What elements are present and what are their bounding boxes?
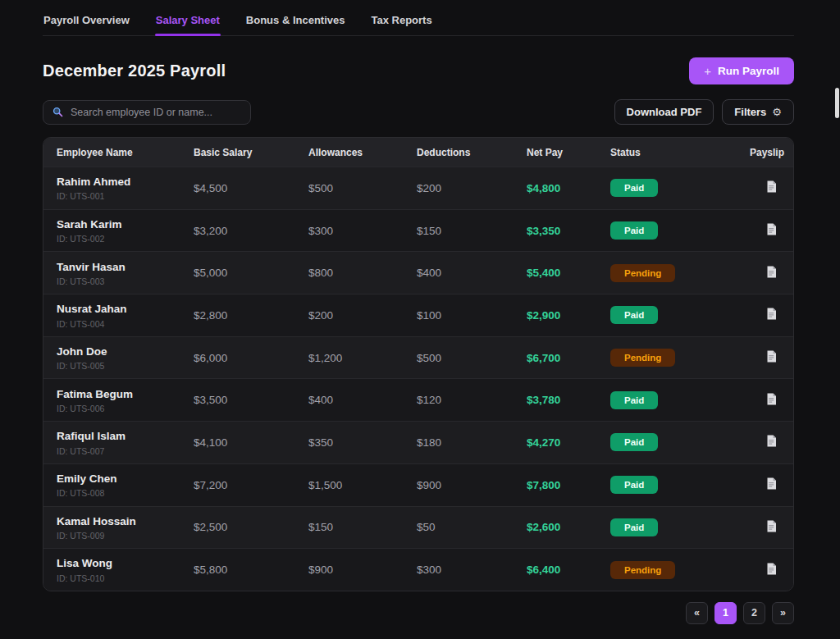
table-row: Rahim AhmedID: UTS-001$4,500$500$200$4,8… [43,167,793,209]
status-cell: Paid [600,306,739,324]
status-cell: Paid [600,476,739,494]
column-header-status: Status [600,147,739,158]
table-row: Kamal HossainID: UTS-009$2,500$150$50$2,… [43,506,793,549]
allowances-cell: $150 [298,521,406,533]
allowances-cell: $1,500 [298,479,406,491]
table-row: Rafiqul IslamID: UTS-007$4,100$350$180$4… [43,421,793,463]
net-pay-cell: $4,800 [516,182,600,194]
employee-id: ID: UTS-008 [57,488,172,498]
payslip-cell [739,349,793,367]
employee-id: ID: UTS-002 [57,234,172,244]
search-input[interactable] [71,107,241,118]
employee-name: Emily Chen [57,472,172,486]
payslip-cell [739,264,793,282]
employee-cell: Rafiqul IslamID: UTS-007 [43,429,183,455]
deductions-cell: $50 [406,521,516,533]
net-pay-cell: $4,270 [516,436,600,449]
payslip-document-icon[interactable] [765,349,778,367]
status-cell: Pending [600,264,739,282]
table-row: Lisa WongID: UTS-010$5,800$900$300$6,400… [43,548,793,591]
deductions-cell: $300 [406,564,516,576]
payslip-document-icon[interactable] [765,561,778,579]
search-icon [52,107,63,117]
employee-id: ID: UTS-007 [57,446,172,456]
deductions-cell: $500 [406,352,516,364]
payslip-document-icon[interactable] [765,264,778,282]
run-payroll-button[interactable]: + Run Payroll [689,57,794,84]
pagination-prev-button[interactable]: « [686,602,708,624]
payslip-document-icon[interactable] [765,179,778,197]
payslip-document-icon[interactable] [765,221,778,240]
status-badge: Pending [610,264,675,282]
tab-salary-sheet[interactable]: Salary Sheet [155,10,221,35]
employee-cell: Nusrat JahanID: UTS-004 [43,302,183,328]
gear-icon: ⚙ [772,106,782,118]
download-pdf-label: Download PDF [627,106,702,118]
employee-name: Lisa Wong [57,556,172,571]
allowances-cell: $1,200 [298,352,406,364]
pagination-page-2[interactable]: 2 [743,602,765,624]
employee-id: ID: UTS-005 [57,361,172,371]
table-row: Emily ChenID: UTS-008$7,200$1,500$900$7,… [43,463,793,506]
payslip-cell [739,518,793,536]
filters-button[interactable]: Filters ⚙ [722,99,794,125]
employee-name: Kamal Hossain [57,514,172,529]
deductions-cell: $200 [406,182,516,194]
basic-salary-cell: $3,500 [183,394,298,406]
payslip-cell [739,221,793,240]
net-pay-cell: $2,600 [516,521,600,533]
payslip-cell [739,561,793,579]
pagination-page-1[interactable]: 1 [714,602,737,624]
table-row: Tanvir HasanID: UTS-003$5,000$800$400$5,… [43,251,793,294]
status-cell: Paid [600,179,739,197]
scrollbar-thumb[interactable] [835,88,839,118]
status-badge: Paid [610,306,658,324]
filters-label: Filters [734,106,766,118]
run-payroll-label: Run Payroll [718,65,779,77]
basic-salary-cell: $7,200 [183,479,298,491]
basic-salary-cell: $4,500 [183,182,298,194]
pagination-next-button[interactable]: » [772,602,794,624]
allowances-cell: $900 [298,564,406,576]
employee-name: Rahim Ahmed [57,175,172,189]
pagination: «12» [43,602,794,624]
allowances-cell: $300 [298,225,406,237]
payslip-cell [739,179,793,197]
allowances-cell: $500 [298,182,406,194]
employee-id: ID: UTS-010 [57,573,172,583]
payslip-cell [739,306,793,324]
table-row: Fatima BegumID: UTS-006$3,500$400$120$3,… [43,378,793,421]
allowances-cell: $350 [298,436,406,449]
status-badge: Paid [610,518,658,536]
net-pay-cell: $5,400 [516,267,600,279]
tab-tax-reports[interactable]: Tax Reports [370,10,432,35]
tab-bonus-incentives[interactable]: Bonus & Incentives [245,10,346,35]
payslip-document-icon[interactable] [765,518,778,536]
employee-name: John Doe [57,345,172,359]
payslip-document-icon[interactable] [765,433,778,451]
download-pdf-button[interactable]: Download PDF [614,99,714,125]
allowances-cell: $200 [298,309,406,322]
tab-payroll-overview[interactable]: Payroll Overview [43,10,130,35]
toolbar-row: Download PDF Filters ⚙ [43,99,794,125]
net-pay-cell: $3,350 [516,225,600,237]
employee-name: Rafiqul Islam [57,429,172,444]
employee-name: Fatima Begum [57,387,172,402]
column-header-net-pay: Net Pay [516,147,600,158]
employee-name: Nusrat Jahan [57,302,172,317]
table-row: Nusrat JahanID: UTS-004$2,800$200$100$2,… [43,294,793,336]
table-body: Rahim AhmedID: UTS-001$4,500$500$200$4,8… [43,167,793,591]
status-cell: Paid [600,221,739,240]
payslip-document-icon[interactable] [765,476,778,494]
employee-id: ID: UTS-004 [57,319,172,329]
payslip-document-icon[interactable] [765,306,778,324]
employee-id: ID: UTS-006 [57,404,172,413]
payslip-document-icon[interactable] [765,391,778,409]
status-cell: Pending [600,349,739,367]
net-pay-cell: $6,400 [516,564,600,576]
search-box[interactable] [43,100,251,125]
basic-salary-cell: $2,500 [183,521,298,533]
deductions-cell: $900 [406,479,516,491]
payslip-cell [739,391,793,409]
status-cell: Paid [600,518,739,536]
